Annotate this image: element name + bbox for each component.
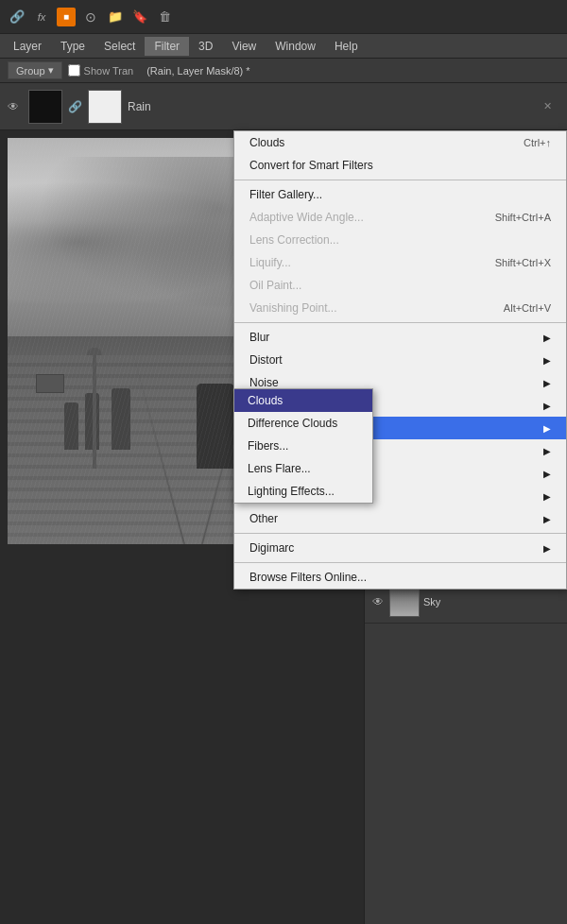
- thumb-sky: [389, 587, 420, 617]
- sep1: [234, 180, 566, 180]
- filter-lens-correction: Lens Correction...: [234, 229, 566, 251]
- render-clouds[interactable]: Clouds: [234, 389, 372, 412]
- top-toolbar: 🔗 fx ■ ⊙ 📁 🔖 🗑: [0, 0, 567, 34]
- filter-vanishing-label: Vanishing Point...: [249, 301, 337, 315]
- menu-3d[interactable]: 3D: [189, 37, 222, 56]
- menu-type[interactable]: Type: [51, 37, 94, 56]
- sharpen-arrow: ▶: [543, 446, 551, 456]
- filter-browse-online[interactable]: Browse Filters Online...: [234, 566, 566, 589]
- filter-menu: Clouds Ctrl+↑ Convert for Smart Filters …: [233, 130, 567, 590]
- pixelate-arrow: ▶: [543, 401, 551, 411]
- bookmark-icon[interactable]: 🔖: [130, 8, 149, 26]
- layer-control-bar: Group ▾ Show Tran (Rain, Layer Mask/8) *: [0, 59, 567, 83]
- filter-gallery-label: Filter Gallery...: [249, 188, 322, 201]
- chain-icon: 🔗: [68, 100, 82, 113]
- sep2: [234, 322, 566, 323]
- sign: [36, 374, 64, 393]
- mask-icon[interactable]: ■: [57, 8, 76, 26]
- eye-sky[interactable]: 👁: [370, 594, 386, 609]
- video-arrow: ▶: [543, 491, 551, 502]
- render-difference-clouds[interactable]: Difference Clouds: [234, 412, 372, 435]
- smart-filters-label: Convert for Smart Filters: [249, 159, 373, 172]
- stylize-arrow: ▶: [543, 469, 551, 479]
- menu-layer[interactable]: Layer: [4, 37, 51, 56]
- filter-oil-label: Oil Paint...: [249, 279, 301, 292]
- filter-oil-paint: Oil Paint...: [234, 274, 566, 297]
- digimarc-arrow: ▶: [543, 543, 551, 554]
- filter-gallery[interactable]: Filter Gallery...: [234, 183, 566, 206]
- filter-vanishing-shortcut: Alt+Ctrl+V: [504, 302, 551, 314]
- show-transform-check[interactable]: Show Tran: [68, 64, 134, 77]
- filter-vanishing: Vanishing Point... Alt+Ctrl+V: [234, 297, 566, 319]
- render-lens-label: Lens Flare...: [248, 462, 311, 475]
- menubar: Layer Type Select Filter 3D View Window …: [0, 34, 567, 59]
- browse-online-label: Browse Filters Online...: [249, 571, 367, 584]
- folder-icon[interactable]: 📁: [106, 8, 125, 26]
- distort-arrow: ▶: [543, 355, 551, 366]
- render-clouds-label: Clouds: [248, 394, 283, 407]
- filter-liquify-label: Liquify...: [249, 256, 291, 269]
- noise-arrow: ▶: [543, 378, 551, 388]
- lamp-post: [93, 355, 96, 469]
- noise-label: Noise: [249, 376, 279, 389]
- figure-left1: [64, 402, 78, 450]
- group-label: Group: [16, 65, 45, 77]
- filter-blur[interactable]: Blur ▶: [234, 326, 566, 349]
- layer-label-sky: Sky: [423, 596, 561, 607]
- menu-window[interactable]: Window: [266, 37, 325, 56]
- other-arrow: ▶: [543, 514, 551, 524]
- delete-icon[interactable]: 🗑: [155, 8, 174, 26]
- filter-liquify: Liquify... Shift+Ctrl+X: [234, 251, 566, 274]
- render-lighting-label: Lighting Effects...: [248, 485, 335, 498]
- layer-thumb-white: [88, 90, 122, 124]
- menu-view[interactable]: View: [222, 37, 266, 56]
- circle-icon[interactable]: ⊙: [81, 8, 100, 26]
- render-fibers[interactable]: Fibers...: [234, 435, 372, 457]
- filter-other[interactable]: Other ▶: [234, 507, 566, 530]
- layer-name: Rain: [128, 100, 151, 113]
- menu-filter[interactable]: Filter: [145, 37, 189, 56]
- filter-liquify-shortcut: Shift+Ctrl+X: [495, 257, 551, 268]
- group-button[interactable]: Group ▾: [8, 61, 62, 79]
- other-label: Other: [249, 512, 278, 525]
- filter-clouds-label: Clouds: [249, 136, 284, 149]
- distort-label: Distort: [249, 353, 283, 367]
- render-arrow: ▶: [543, 423, 551, 434]
- show-transform-label: Show Tran: [84, 65, 134, 77]
- group-arrow: ▾: [48, 64, 54, 77]
- show-transform-checkbox[interactable]: [68, 64, 80, 77]
- render-lens-flare[interactable]: Lens Flare...: [234, 457, 372, 480]
- render-lighting-effects[interactable]: Lighting Effects...: [234, 480, 372, 503]
- layer-mask-label: ✕: [543, 100, 552, 112]
- filter-adaptive: Adaptive Wide Angle... Shift+Ctrl+A: [234, 206, 566, 229]
- sep4: [234, 562, 566, 563]
- content-wrapper: Screen ▾ Opacity: 23% Lock: ⬚ ✎ ✛ 🔒 Fill…: [0, 130, 567, 924]
- filter-clouds-shortcut: Ctrl+↑: [524, 137, 551, 148]
- blur-label: Blur: [249, 331, 269, 344]
- menu-help[interactable]: Help: [325, 37, 368, 56]
- filter-smart-filters[interactable]: Convert for Smart Filters: [234, 154, 566, 177]
- filter-digimarc[interactable]: Digimarc ▶: [234, 537, 566, 559]
- child-figure: [215, 417, 234, 469]
- layer-visibility-toggle[interactable]: 👁: [8, 100, 23, 113]
- render-diff-clouds-label: Difference Clouds: [248, 417, 337, 430]
- filter-clouds-top[interactable]: Clouds Ctrl+↑: [234, 131, 566, 154]
- sep3: [234, 533, 566, 534]
- layer-preview-row: 👁 🔗 Rain ✕: [0, 83, 567, 130]
- render-submenu: Clouds Difference Clouds Fibers... Lens …: [233, 388, 373, 504]
- filter-adaptive-shortcut: Shift+Ctrl+A: [495, 212, 551, 223]
- fx-icon[interactable]: fx: [32, 8, 51, 26]
- render-fibers-label: Fibers...: [248, 439, 288, 453]
- figure-mid: [112, 388, 130, 450]
- menu-select[interactable]: Select: [94, 37, 145, 56]
- link-icon[interactable]: 🔗: [8, 8, 26, 26]
- filter-adaptive-label: Adaptive Wide Angle...: [249, 211, 364, 224]
- filter-distort[interactable]: Distort ▶: [234, 349, 566, 371]
- layer-info: (Rain, Layer Mask/8) *: [146, 65, 249, 77]
- filter-lens-label: Lens Correction...: [249, 233, 339, 247]
- blur-arrow: ▶: [543, 333, 551, 343]
- digimarc-label: Digimarc: [249, 541, 294, 555]
- layer-thumb-black: [28, 90, 62, 124]
